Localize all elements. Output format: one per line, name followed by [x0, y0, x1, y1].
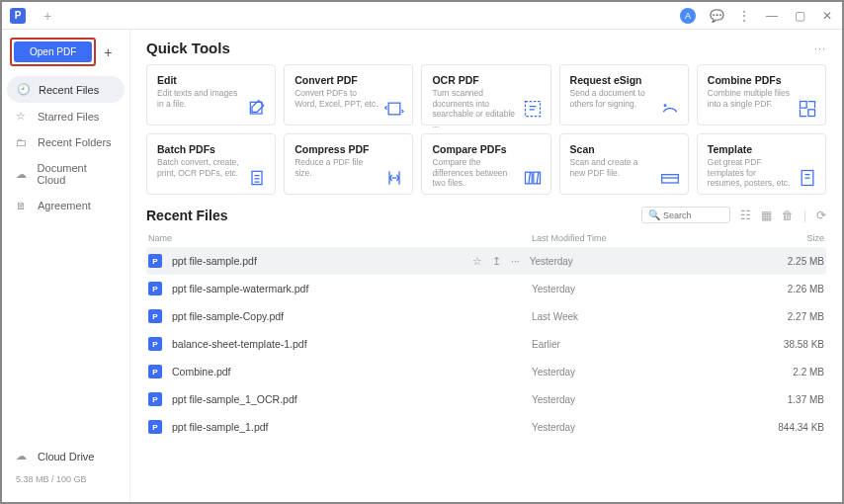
tool-icon — [798, 99, 817, 119]
refresh-icon[interactable]: ⟳ — [816, 209, 826, 222]
menu-dots-icon[interactable]: ⋮ — [737, 9, 751, 23]
tool-icon — [247, 99, 267, 119]
divider: | — [803, 209, 806, 222]
feedback-icon[interactable]: 💬 — [710, 9, 723, 23]
file-name: ppt file-sample-Copy.pdf — [172, 310, 532, 322]
titlebar: P + A 💬 ⋮ — ▢ ✕ — [2, 2, 842, 30]
cloud-drive-label: Cloud Drive — [38, 451, 94, 462]
table-row[interactable]: P ppt file-sample-watermark.pdf ☆ ↥ ··· … — [146, 275, 826, 302]
agreement-icon: 🗎 — [16, 200, 30, 211]
grid-view-icon[interactable]: ▦ — [761, 209, 772, 222]
sidebar: Open PDF + 🕘Recent Files☆Starred Files🗀R… — [2, 30, 130, 502]
clock-icon: 🕘 — [17, 83, 31, 96]
file-size: 1.37 MB — [755, 394, 824, 405]
file-modified: Yesterday — [532, 394, 755, 405]
file-size: 2.27 MB — [755, 311, 824, 322]
tool-title: Request eSign — [570, 74, 678, 86]
pdf-file-icon: P — [148, 420, 162, 434]
file-size: 2.26 MB — [755, 284, 824, 294]
tool-batch-pdfs[interactable]: Batch PDFsBatch convert, create, print, … — [146, 133, 276, 195]
search-input[interactable] — [663, 210, 722, 220]
table-row[interactable]: P Combine.pdf ☆ ↥ ··· Yesterday 2.2 MB — [146, 358, 826, 385]
quick-tools-title: Quick Tools — [146, 40, 230, 56]
sidebar-item-label: Recent Folders — [38, 136, 112, 148]
create-pdf-button[interactable]: + — [100, 42, 116, 62]
file-size: 2.25 MB — [755, 256, 824, 267]
trash-icon[interactable]: 🗑 — [782, 209, 794, 222]
sidebar-item-label: Starred Files — [38, 111, 99, 123]
cloud-icon: ☁ — [16, 450, 30, 462]
tool-ocr-pdf[interactable]: OCR PDFTurn scanned documents into searc… — [421, 64, 550, 126]
file-size: 2.2 MB — [755, 367, 824, 378]
cloud-drive-item[interactable]: ☁ Cloud Drive — [2, 442, 129, 470]
new-tab-button[interactable]: + — [43, 8, 51, 24]
svg-rect-9 — [661, 175, 678, 183]
sidebar-item-recent-files[interactable]: 🕘Recent Files — [7, 76, 125, 103]
content-area: Quick Tools ··· EditEdit texts and image… — [130, 30, 842, 502]
table-row[interactable]: P ppt file-sample_1.pdf ☆ ↥ ··· Yesterda… — [146, 413, 826, 441]
file-name: balance-sheet-template-1.pdf — [172, 338, 532, 350]
sidebar-item-recent-folders[interactable]: 🗀Recent Folders — [2, 129, 129, 155]
star-icon[interactable]: ☆ — [472, 255, 482, 267]
tool-title: Compare PDFs — [432, 143, 540, 155]
upload-icon[interactable]: ↥ — [492, 255, 501, 267]
file-name: Combine.pdf — [172, 366, 532, 378]
sidebar-item-label: Recent Files — [39, 84, 99, 96]
file-modified: Yesterday — [532, 367, 755, 378]
storage-usage-label: 5.38 MB / 100 GB — [2, 470, 129, 494]
tool-convert-pdf[interactable]: Convert PDFConvert PDFs to Word, Excel, … — [284, 64, 413, 126]
open-pdf-highlight: Open PDF — [10, 38, 96, 66]
close-icon[interactable]: ✕ — [820, 9, 834, 23]
quick-tools-more-icon[interactable]: ··· — [814, 42, 826, 54]
svg-point-3 — [664, 105, 666, 107]
table-row[interactable]: P ppt file-sample.pdf ☆ ↥ ··· Yesterday … — [146, 247, 826, 275]
tool-icon — [384, 168, 404, 188]
sidebar-item-agreement[interactable]: 🗎Agreement — [2, 193, 129, 218]
tool-title: Convert PDF — [295, 74, 402, 86]
tool-edit[interactable]: EditEdit texts and images in a file. — [146, 64, 276, 126]
maximize-icon[interactable]: ▢ — [793, 9, 806, 23]
table-row[interactable]: P balance-sheet-template-1.pdf ☆ ↥ ··· E… — [146, 330, 826, 358]
recent-files-title: Recent Files — [146, 208, 227, 223]
tool-request-esign[interactable]: Request eSignSend a document to others f… — [559, 64, 689, 126]
more-icon[interactable]: ··· — [511, 255, 520, 267]
search-box[interactable]: 🔍 — [641, 207, 730, 223]
user-avatar-icon[interactable]: A — [680, 8, 696, 24]
app-logo-icon: P — [10, 8, 26, 24]
sidebar-item-label: Document Cloud — [38, 162, 116, 186]
tool-compare-pdfs[interactable]: Compare PDFsCompare the differences betw… — [421, 133, 550, 195]
tool-title: Scan — [570, 143, 678, 155]
file-size: 38.58 KB — [755, 339, 824, 350]
file-name: ppt file-sample_1_OCR.pdf — [172, 393, 532, 405]
tool-combine-pdfs[interactable]: Combine PDFsCombine multiple files into … — [697, 64, 826, 126]
sidebar-item-starred-files[interactable]: ☆Starred Files — [2, 103, 129, 129]
file-modified: Last Week — [532, 311, 755, 322]
tool-scan[interactable]: ScanScan and create a new PDF file. — [559, 133, 689, 195]
list-view-icon[interactable]: ☷ — [740, 209, 751, 222]
svg-rect-1 — [389, 103, 401, 115]
table-row[interactable]: P ppt file-sample-Copy.pdf ☆ ↥ ··· Last … — [146, 302, 826, 330]
file-name: ppt file-sample_1.pdf — [172, 421, 532, 433]
cloud-icon: ☁ — [16, 168, 30, 181]
tool-icon — [523, 168, 543, 188]
table-row[interactable]: P ppt file-sample_1_OCR.pdf ☆ ↥ ··· Yest… — [146, 385, 826, 413]
col-name-header: Name — [148, 233, 532, 243]
tool-title: Batch PDFs — [157, 143, 265, 155]
tool-compress-pdf[interactable]: Compress PDFReduce a PDF file size. — [284, 133, 413, 195]
tool-template[interactable]: TemplateGet great PDF templates for resu… — [697, 133, 826, 195]
file-name: ppt file-sample-watermark.pdf — [172, 283, 532, 294]
svg-rect-4 — [800, 102, 806, 109]
tool-icon — [523, 99, 543, 119]
svg-rect-2 — [525, 102, 540, 117]
svg-rect-5 — [808, 110, 815, 117]
file-modified: Yesterday — [532, 422, 755, 433]
sidebar-item-document-cloud[interactable]: ☁Document Cloud — [2, 155, 129, 193]
open-pdf-button[interactable]: Open PDF — [14, 42, 92, 62]
tool-icon — [660, 99, 680, 119]
folder-icon: 🗀 — [16, 136, 30, 148]
minimize-icon[interactable]: — — [765, 9, 779, 23]
tool-title: Compress PDF — [295, 143, 402, 155]
file-modified: Earlier — [532, 339, 755, 350]
tool-title: Template — [708, 143, 815, 155]
pdf-file-icon: P — [148, 392, 162, 406]
